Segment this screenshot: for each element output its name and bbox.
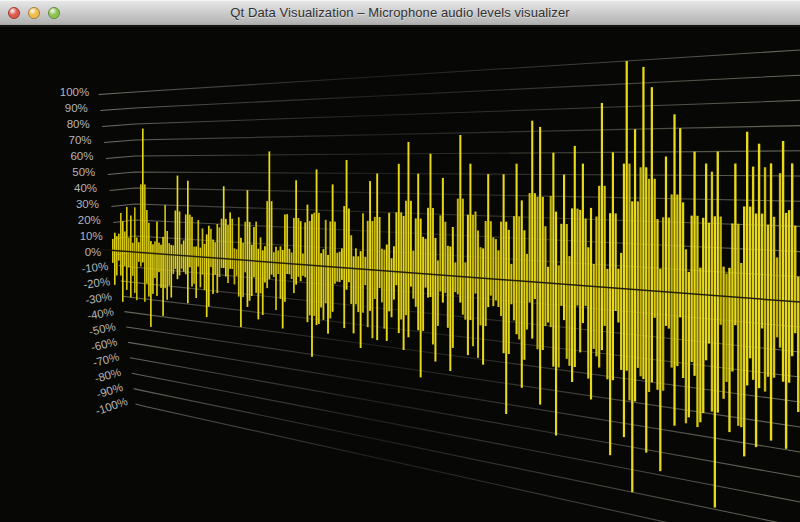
waveform-bar	[313, 265, 315, 316]
waveform-bar	[656, 291, 658, 390]
waveform-bar	[482, 248, 484, 278]
waveform-bar	[187, 256, 189, 303]
waveform-bar	[434, 238, 436, 275]
waveform-bar	[447, 246, 449, 276]
waveform-bar	[728, 297, 730, 433]
waveform-bar	[430, 154, 432, 274]
waveform-bar	[236, 260, 238, 276]
waveform-bar	[518, 216, 520, 280]
waveform-bar	[659, 269, 661, 292]
waveform-bar	[148, 253, 150, 297]
waveform-bar	[210, 258, 212, 268]
visualization-canvas[interactable]: 100%90%80%70%60%50%40%30%20%10%0%-10%-20…	[0, 27, 800, 522]
waveform-bar	[166, 254, 168, 299]
waveform-bar	[339, 252, 341, 268]
waveform-bar	[130, 216, 132, 252]
waveform-bar	[523, 281, 525, 360]
waveform-bar	[200, 257, 202, 287]
waveform-bar	[383, 250, 385, 271]
waveform-bar	[286, 263, 288, 274]
waveform-bar	[676, 293, 678, 366]
waveform-bar	[280, 263, 282, 299]
waveform-bar	[216, 224, 218, 258]
waveform-bar	[725, 274, 727, 297]
waveform-bar	[671, 194, 673, 292]
waveform-bar	[346, 160, 348, 268]
waveform-bar	[336, 253, 338, 267]
waveform-bar	[734, 164, 736, 298]
waveform-bar	[371, 270, 373, 338]
waveform-bar	[284, 263, 286, 302]
waveform-bar	[144, 253, 146, 302]
waveform-bar	[391, 258, 393, 271]
window-title: Qt Data Visualization – Microphone audio…	[230, 5, 569, 20]
zoom-button[interactable]	[48, 7, 60, 19]
waveform-bar	[620, 253, 622, 289]
waveform-bar	[722, 296, 724, 399]
waveform-bar	[767, 225, 769, 300]
waveform-bar	[112, 250, 114, 263]
waveform-bar	[234, 259, 236, 284]
close-button[interactable]	[8, 7, 20, 19]
waveform-bar	[309, 221, 311, 265]
waveform-bar	[407, 273, 409, 338]
waveform-bar	[343, 206, 345, 268]
waveform-bar	[360, 269, 362, 348]
waveform-bar	[168, 243, 170, 255]
waveform-bar	[156, 222, 158, 254]
waveform-bar	[257, 261, 259, 319]
waveform-bar	[348, 209, 350, 268]
waveform-bar	[444, 275, 446, 293]
waveform-bar	[240, 260, 242, 327]
waveform-bar	[740, 298, 742, 428]
waveform-bar	[544, 226, 546, 283]
grid-line	[110, 188, 800, 201]
waveform-bar	[334, 267, 336, 284]
waveform-bar	[238, 260, 240, 297]
axis-tick-label: 30%	[76, 198, 99, 210]
waveform-bar	[189, 215, 191, 257]
waveform-bar	[266, 262, 268, 288]
minimize-button[interactable]	[28, 7, 40, 19]
waveform-bar	[563, 175, 565, 285]
waveform-bar	[542, 283, 544, 350]
waveform-bar	[313, 213, 315, 266]
waveform-bar	[386, 271, 388, 341]
waveform-bar	[791, 163, 793, 301]
waveform-bar	[177, 255, 179, 279]
waveform-bar	[794, 302, 796, 334]
waveform-bar	[558, 284, 560, 368]
waveform-bar	[191, 217, 193, 256]
waveform-bar	[152, 244, 154, 253]
waveform-bar	[403, 216, 405, 272]
waveform-bar	[779, 173, 781, 300]
waveform-bar	[219, 227, 221, 258]
waveform-bar	[576, 209, 578, 286]
waveform-bar	[555, 212, 557, 284]
waveform-bar	[227, 259, 229, 283]
waveform-bar	[628, 164, 630, 290]
waveform-bar	[341, 248, 343, 267]
waveform-bar	[598, 287, 600, 368]
waveform-bar	[497, 279, 499, 307]
axis-tick-label: 50%	[72, 166, 95, 178]
waveform-bar	[329, 267, 331, 319]
waveform-bar	[417, 174, 419, 274]
waveform-bar	[381, 271, 383, 303]
waveform-bar	[316, 169, 318, 265]
waveform-bar	[513, 216, 515, 280]
window-titlebar[interactable]: Qt Data Visualization – Microphone audio…	[0, 0, 800, 27]
waveform-bar	[490, 279, 492, 296]
waveform-bar	[513, 280, 515, 320]
waveform-bar	[251, 245, 253, 261]
waveform-bar	[247, 190, 249, 260]
waveform-bar	[615, 288, 617, 311]
waveform-bar	[529, 193, 531, 282]
waveform-bar	[437, 260, 439, 274]
waveform-bar	[673, 114, 675, 292]
waveform-bar	[273, 262, 275, 277]
waveform-bar	[425, 239, 427, 274]
waveform-bar	[585, 286, 587, 306]
waveform-bar	[280, 246, 282, 263]
waveform-bar	[412, 251, 414, 273]
